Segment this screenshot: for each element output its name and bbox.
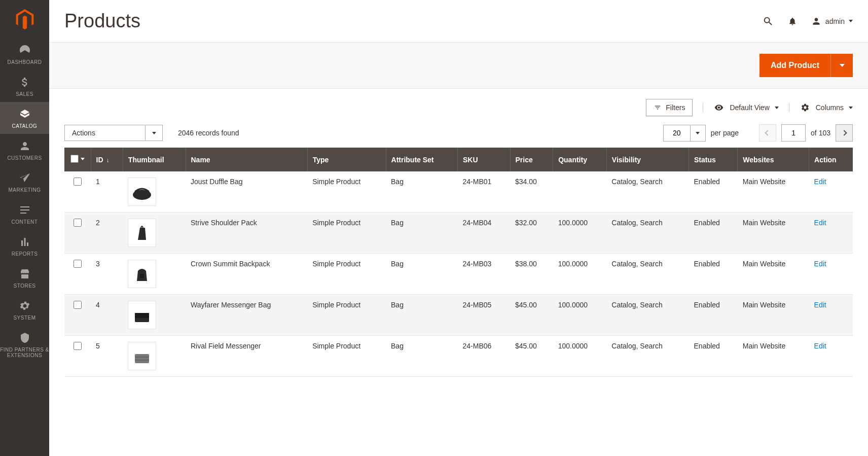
svg-rect-1 (140, 274, 144, 278)
nav-customers[interactable]: CUSTOMERS (0, 134, 49, 166)
cell-price: $34.00 (510, 171, 553, 213)
nav-label: DASHBOARD (0, 59, 49, 65)
nav-system[interactable]: SYSTEM (0, 294, 49, 326)
filters-button[interactable]: Filters (646, 99, 693, 116)
per-page-input[interactable] (663, 125, 691, 142)
chevron-right-icon (841, 130, 847, 135)
cell-attribute-set: Bag (386, 295, 457, 336)
search-icon[interactable] (763, 16, 774, 27)
cell-sku: 24-MB06 (458, 336, 511, 377)
user-menu[interactable]: admin (811, 16, 853, 26)
add-product-dropdown[interactable] (830, 54, 853, 77)
col-sku[interactable]: SKU (458, 148, 511, 171)
nav-dashboard[interactable]: DASHBOARD (0, 38, 49, 70)
magento-logo[interactable] (0, 0, 49, 38)
col-price[interactable]: Price (510, 148, 553, 171)
default-view-dropdown[interactable]: Default View (703, 103, 778, 112)
cell-name: Rival Field Messenger (186, 336, 307, 377)
cell-visibility: Catalog, Search (606, 254, 689, 295)
funnel-icon (654, 104, 662, 111)
nav-stores[interactable]: STORES (0, 262, 49, 294)
cell-name: Crown Summit Backpack (186, 254, 307, 295)
cell-thumbnail (123, 254, 186, 295)
cell-id: 5 (91, 336, 123, 377)
col-status[interactable]: Status (689, 148, 738, 171)
row-checkbox[interactable] (74, 301, 82, 309)
cell-status: Enabled (689, 336, 738, 377)
edit-link[interactable]: Edit (814, 342, 826, 350)
records-found: 2046 records found (178, 129, 239, 137)
cell-status: Enabled (689, 213, 738, 254)
edit-link[interactable]: Edit (814, 260, 826, 268)
nav-reports[interactable]: REPORTS (0, 230, 49, 262)
row-checkbox[interactable] (74, 178, 82, 186)
nav-label: SYSTEM (0, 315, 49, 321)
col-id[interactable]: ID↓ (91, 148, 123, 171)
cell-status: Enabled (689, 171, 738, 213)
cell-websites: Main Website (738, 295, 809, 336)
col-visibility[interactable]: Visibility (606, 148, 689, 171)
row-checkbox[interactable] (74, 342, 82, 350)
nav-catalog[interactable]: CATALOG (0, 102, 49, 134)
cell-thumbnail (123, 213, 186, 254)
prev-page-button[interactable] (759, 124, 776, 142)
cell-websites: Main Website (738, 254, 809, 295)
product-thumbnail[interactable] (128, 260, 156, 288)
edit-link[interactable]: Edit (814, 178, 826, 186)
nav-label: FIND PARTNERS & EXTENSIONS (0, 347, 49, 358)
cell-id: 1 (91, 171, 123, 213)
nav-label: CUSTOMERS (0, 155, 49, 161)
nav-label: SALES (0, 91, 49, 97)
add-product-button[interactable]: Add Product (760, 54, 830, 77)
nav-marketing[interactable]: MARKETING (0, 166, 49, 198)
actions-select-toggle[interactable] (146, 125, 163, 141)
col-name[interactable]: Name (186, 148, 307, 171)
col-attribute-set[interactable]: Attribute Set (386, 148, 457, 171)
svg-rect-3 (135, 313, 149, 318)
edit-link[interactable]: Edit (814, 219, 826, 227)
bell-icon[interactable] (788, 17, 797, 26)
nav-label: CONTENT (0, 219, 49, 225)
cell-quantity: 100.0000 (553, 213, 607, 254)
actions-select[interactable]: Actions (64, 125, 146, 141)
columns-dropdown[interactable]: Columns (789, 103, 853, 112)
dashboard-icon (18, 44, 32, 56)
col-quantity[interactable]: Quantity (553, 148, 607, 171)
select-all-checkbox[interactable] (70, 155, 79, 163)
page-input[interactable] (781, 124, 806, 142)
product-thumbnail[interactable] (128, 342, 156, 370)
col-websites[interactable]: Websites (738, 148, 809, 171)
products-table: ID↓ Thumbnail Name Type Attribute Set SK… (64, 148, 853, 377)
cell-id: 2 (91, 213, 123, 254)
table-row: 5Rival Field MessengerSimple ProductBag2… (64, 336, 853, 377)
col-action[interactable]: Action (809, 148, 853, 171)
row-checkbox[interactable] (74, 219, 82, 227)
cell-quantity: 100.0000 (553, 336, 607, 377)
next-page-button[interactable] (836, 124, 853, 142)
row-checkbox[interactable] (74, 260, 82, 268)
table-row: 2Strive Shoulder PackSimple ProductBag24… (64, 213, 853, 254)
gear-icon (800, 103, 811, 112)
product-thumbnail[interactable] (128, 219, 156, 247)
col-thumbnail[interactable]: Thumbnail (123, 148, 186, 171)
svg-rect-4 (135, 354, 149, 363)
chevron-left-icon (765, 130, 770, 135)
cell-attribute-set: Bag (386, 171, 457, 213)
product-thumbnail[interactable] (128, 301, 156, 329)
product-thumbnail[interactable] (128, 178, 156, 206)
edit-link[interactable]: Edit (814, 301, 826, 309)
per-page-dropdown[interactable] (691, 125, 706, 142)
nav-find-partners-extensions[interactable]: FIND PARTNERS & EXTENSIONS (0, 326, 49, 363)
cell-quantity: 100.0000 (553, 254, 607, 295)
catalog-icon (18, 108, 32, 120)
cell-name: Wayfarer Messenger Bag (186, 295, 307, 336)
cell-sku: 24-MB05 (458, 295, 511, 336)
cell-thumbnail (123, 295, 186, 336)
caret-down-icon (81, 158, 85, 160)
table-row: 1Joust Duffle BagSimple ProductBag24-MB0… (64, 171, 853, 213)
nav-content[interactable]: CONTENT (0, 198, 49, 230)
col-type[interactable]: Type (307, 148, 386, 171)
nav-sales[interactable]: SALES (0, 70, 49, 102)
page-title: Products (64, 10, 140, 32)
dollar-icon (18, 76, 32, 88)
